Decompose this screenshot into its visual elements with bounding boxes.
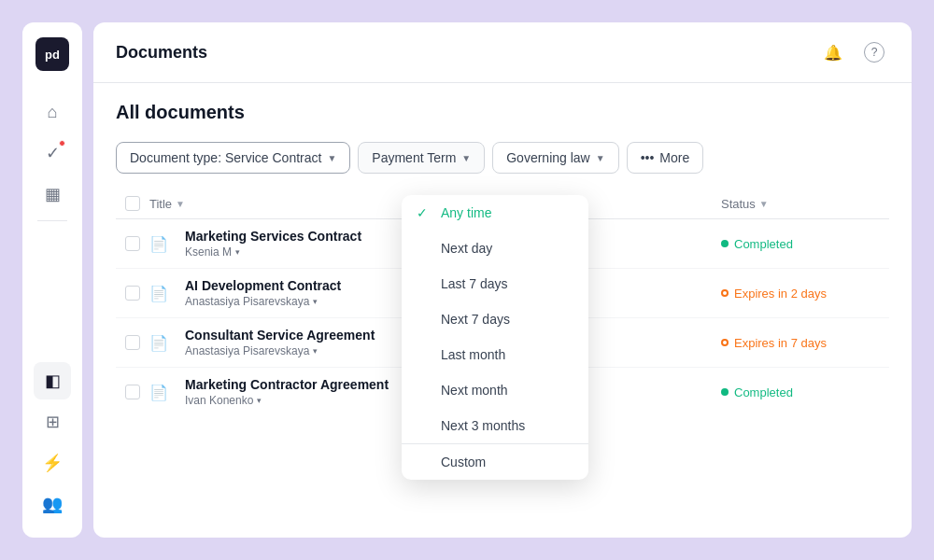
document-type-filter-label: Document type: Service Contract	[130, 150, 321, 165]
status-column-header[interactable]: Status ▼	[721, 197, 889, 211]
dropdown-item-custom[interactable]: Custom	[402, 443, 588, 480]
sidebar-bottom-nav: ◧ ⊞ ⚡ 👥	[22, 362, 82, 523]
sidebar-item-automation[interactable]: ⚡	[34, 444, 71, 482]
row-checkbox[interactable]	[125, 236, 140, 251]
sidebar-item-home[interactable]: ⌂	[34, 93, 71, 131]
document-file-icon: 📄	[149, 235, 176, 253]
ellipsis-icon: •••	[641, 150, 655, 165]
filter-bar: Document type: Service Contract ▼ Paymen…	[116, 142, 889, 174]
dropdown-item-any-time[interactable]: ✓ Any time	[402, 195, 588, 231]
main-content: Documents 🔔 ? All documents Document typ…	[93, 22, 912, 538]
notification-button[interactable]: 🔔	[818, 37, 848, 67]
bolt-icon: ⚡	[42, 453, 63, 473]
header-actions: 🔔 ?	[818, 37, 889, 67]
dropdown-item-next-day[interactable]: Next day	[402, 231, 588, 266]
chevron-down-icon: ▼	[327, 153, 336, 163]
people-icon: 👥	[42, 494, 63, 514]
bell-icon: 🔔	[824, 44, 842, 62]
app-logo: pd	[35, 37, 69, 71]
dropdown-item-last-7-days[interactable]: Last 7 days	[402, 266, 588, 301]
chart-icon: ▦	[45, 184, 61, 204]
governing-law-filter-label: Governing law	[506, 150, 590, 165]
document-icon: ◧	[45, 371, 61, 391]
status-dot-orange	[721, 339, 729, 346]
document-type-filter[interactable]: Document type: Service Contract ▼	[116, 142, 350, 174]
sidebar: pd ⌂ ✓ ▦ ◧ ⊞ ⚡ �	[22, 22, 82, 538]
doc-status: Expires in 7 days	[721, 336, 889, 350]
chevron-down-icon: ▼	[596, 153, 605, 163]
header-title: Documents	[116, 43, 818, 63]
status-dot-orange	[721, 289, 729, 297]
dropdown-item-next-7-days[interactable]: Next 7 days	[402, 301, 588, 337]
more-filters-button[interactable]: ••• More	[627, 142, 704, 174]
doc-status: Completed	[721, 385, 889, 399]
doc-status: Completed	[721, 237, 889, 251]
check-icon: ✓	[46, 143, 60, 163]
sidebar-item-documents[interactable]: ◧	[34, 362, 71, 399]
row-checkbox[interactable]	[125, 335, 140, 350]
notification-badge	[59, 140, 65, 147]
home-icon: ⌂	[48, 103, 58, 122]
chevron-down-icon: ▾	[313, 297, 318, 306]
status-dot-green	[721, 240, 729, 247]
checkmark-icon: ✓	[417, 205, 432, 220]
sidebar-item-analytics[interactable]: ▦	[34, 175, 71, 213]
chevron-down-icon: ▼	[461, 153, 471, 163]
sidebar-divider	[37, 220, 67, 221]
select-all-checkbox[interactable]	[125, 196, 140, 211]
sidebar-item-people[interactable]: 👥	[34, 485, 71, 523]
sidebar-item-tasks[interactable]: ✓	[34, 134, 71, 172]
help-icon: ?	[864, 42, 884, 63]
dropdown-item-last-month[interactable]: Last month	[402, 337, 588, 372]
sort-icon: ▼	[176, 199, 185, 209]
chevron-down-icon: ▾	[257, 396, 262, 405]
dropdown-item-next-month[interactable]: Next month	[402, 372, 588, 408]
stamp-icon: ⊞	[46, 412, 60, 432]
sidebar-item-stamp[interactable]: ⊞	[34, 403, 71, 441]
document-file-icon: 📄	[149, 384, 176, 401]
payment-term-filter[interactable]: Payment Term ▼	[358, 142, 485, 174]
document-file-icon: 📄	[149, 285, 176, 302]
dropdown-item-next-3-months[interactable]: Next 3 months	[402, 408, 588, 443]
chevron-down-icon: ▾	[313, 346, 318, 356]
chevron-down-icon: ▾	[235, 247, 240, 257]
row-checkbox[interactable]	[125, 286, 140, 301]
content-area: All documents Document type: Service Con…	[93, 83, 912, 538]
governing-law-filter[interactable]: Governing law ▼	[492, 142, 618, 174]
payment-term-dropdown: ✓ Any time Next day Last 7 days Next 7 d…	[402, 195, 588, 480]
status-dot-green	[721, 388, 729, 396]
row-checkbox[interactable]	[125, 385, 140, 399]
more-filter-label: More	[659, 150, 689, 165]
page-title: All documents	[116, 102, 889, 123]
sidebar-top-nav: ⌂ ✓ ▦	[22, 93, 82, 213]
doc-status: Expires in 2 days	[721, 287, 889, 301]
help-button[interactable]: ?	[859, 37, 889, 67]
app-header: Documents 🔔 ?	[93, 22, 912, 83]
document-file-icon: 📄	[149, 334, 176, 352]
payment-term-filter-label: Payment Term	[372, 150, 456, 165]
sort-icon: ▼	[759, 199, 769, 209]
